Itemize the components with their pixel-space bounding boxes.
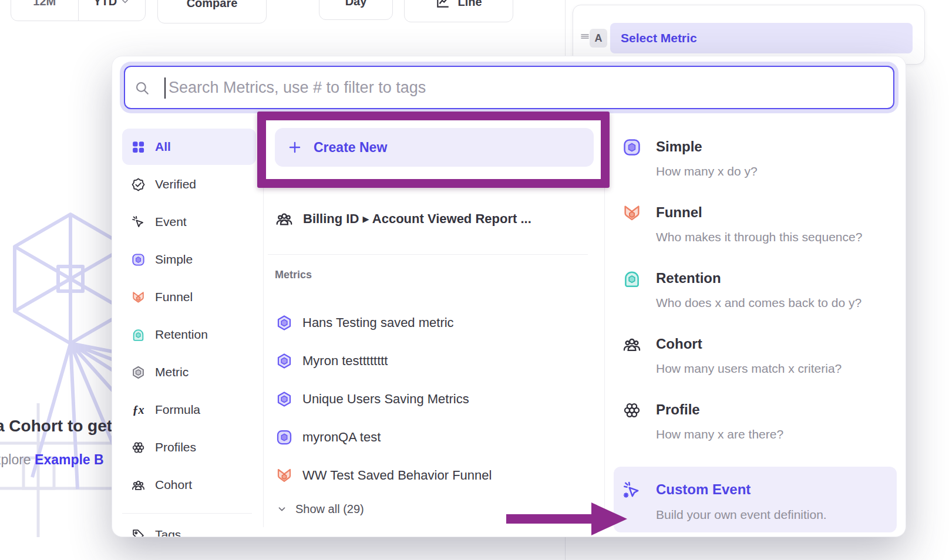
funnel-icon [275,467,293,484]
cohort-icon [275,210,294,228]
retention-icon [131,328,146,342]
example-link[interactable]: Example B [35,452,104,467]
funnel-icon [131,290,146,305]
date-range-group[interactable]: 12M YTD [11,0,146,21]
retention-icon [622,269,642,289]
row-letter-badge: A [590,29,607,48]
sidebar-item-retention[interactable]: Retention [122,316,256,353]
cohort-icon [622,335,642,355]
simple-icon [622,137,642,157]
metric-type-desc: Who makes it through this sequence? [656,230,862,244]
sidebar-item-all[interactable]: All [122,129,256,165]
plus-icon [288,140,302,154]
sidebar-item-label: Retention [155,328,208,342]
drag-handle-icon[interactable] [580,31,590,42]
background-subline-prefix: xplore [0,452,35,467]
select-metric-label: Select Metric [621,31,697,45]
metric-picker-modal: AllVerifiedEventSimpleFunnelRetentionMet… [112,56,906,537]
recent-item[interactable]: Billing ID ▸ Account Viewed Report ... [275,200,531,238]
metric-type-title: Simple [656,139,702,155]
metric-purple-icon [275,314,293,332]
saved-metric-item[interactable]: myronQA test [275,419,381,456]
chevron-down-icon [120,0,130,6]
metric-type-simple[interactable]: SimpleHow many x do y? [622,137,892,180]
grid-icon [131,140,146,154]
metric-type-title: Retention [656,270,721,286]
range-12m-label: 12M [33,0,56,8]
compare-label: Compare [187,0,238,10]
line-chart-icon [435,0,450,9]
sidebar-item-label: Formula [155,403,200,417]
chart-type-button[interactable]: Line [404,0,513,22]
profiles-icon [622,400,642,420]
saved-metric-item[interactable]: Unique Users Saving Metrics [275,380,469,418]
sidebar-item-metric[interactable]: Metric [122,354,256,390]
formula-icon: ƒx [131,403,146,417]
types-divider [604,122,605,527]
sidebar-item-label: Tags [155,528,181,537]
metric-type-title: Funnel [656,204,702,221]
create-new-button[interactable]: Create New [275,128,594,167]
metric-type-desc: How many users match x criteria? [656,362,842,376]
sidebar-item-label: Profiles [155,440,196,454]
granularity-button[interactable]: Day [319,0,393,20]
background-subline: xplore Example B [0,452,104,468]
profiles-icon [131,440,146,455]
text-cursor [164,77,166,99]
metric-type-desc: Build your own event definition. [656,508,827,522]
range-ytd-button[interactable]: YTD [79,0,146,21]
metric-type-custom-event[interactable]: Custom EventBuild your own event definit… [622,480,892,524]
metric-purple-icon [275,352,293,370]
sidebar-item-event[interactable]: Event [122,204,256,240]
metric-type-profile[interactable]: ProfileHow many x are there? [622,400,892,443]
select-metric-button[interactable]: Select Metric [610,23,913,53]
metric-type-cohort[interactable]: CohortHow many users match x criteria? [622,334,892,377]
sidebar-item-funnel[interactable]: Funnel [122,279,256,315]
sidebar-item-label: Simple [155,252,193,266]
sidebar-item-simple[interactable]: Simple [122,241,256,278]
sidebar-item-profiles[interactable]: Profiles [122,429,256,465]
background-headline: a Cohort to get [0,417,112,436]
chart-type-label: Line [457,0,482,9]
row-letter: A [595,32,603,45]
sidebar-item-cohort[interactable]: Cohort [122,467,256,503]
sidebar-item-label: Verified [155,177,196,191]
range-ytd-label: YTD [93,0,117,8]
metric-type-desc: Who does x and comes back to do y? [656,296,861,310]
recents-heading: Recents [275,178,316,190]
verified-icon [131,177,146,192]
saved-metric-label: Unique Users Saving Metrics [302,392,469,407]
chevron-down-icon [277,504,287,514]
sidebar-item-label: Cohort [155,478,192,492]
metrics-heading: Metrics [275,269,312,281]
metric-icon [131,365,146,380]
compare-button[interactable]: Compare [157,0,267,23]
simple-icon [131,252,146,267]
saved-metric-label: Myron testttttttt [302,353,388,369]
sidebar-item-tags[interactable]: Tags [122,517,256,537]
sidebar-divider [263,122,264,527]
sidebar-item-label: Funnel [155,290,193,304]
sidebar-item-verified[interactable]: Verified [122,166,256,203]
metric-type-funnel[interactable]: FunnelWho makes it through this sequence… [622,203,892,246]
metric-type-title: Cohort [656,336,702,352]
event-icon [131,215,146,230]
saved-metric-item[interactable]: WW Test Saved Behavior Funnel [275,457,492,494]
metric-type-retention[interactable]: RetentionWho does x and comes back to do… [622,268,892,312]
saved-metric-label: myronQA test [302,430,381,445]
recent-item-label: Billing ID ▸ Account Viewed Report ... [303,211,531,227]
granularity-label: Day [345,0,367,8]
sidebar-item-formula[interactable]: ƒxFormula [122,392,256,428]
sidebar-bottom-divider [122,513,252,514]
sidebar-item-label: Event [155,215,187,229]
metric-purple-icon [275,390,293,408]
custom-event-icon [622,480,642,500]
range-12m-button[interactable]: 12M [11,0,79,21]
saved-metric-item[interactable]: Myron testttttttt [275,342,388,380]
saved-metric-item[interactable]: Hans Testing saved metric [275,304,454,342]
metric-type-title: Profile [656,402,700,418]
cohort-icon [131,478,146,492]
search-input[interactable] [124,66,894,109]
metric-type-desc: How many x are there? [656,427,783,441]
show-all-button[interactable]: Show all (29) [277,501,364,517]
